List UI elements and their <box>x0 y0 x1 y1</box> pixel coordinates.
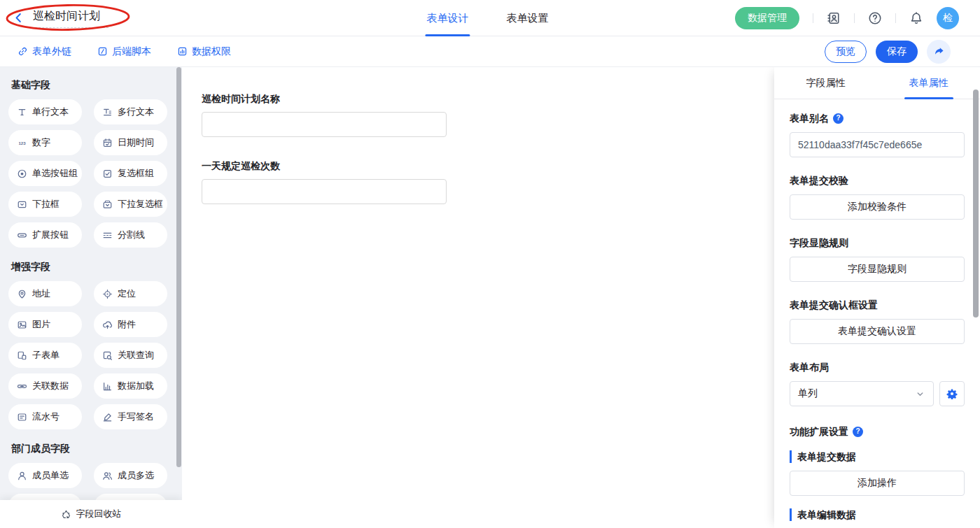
section-title: 部门成员字段 <box>11 442 182 455</box>
save-button[interactable]: 保存 <box>876 41 918 63</box>
canvas-field-label: 一天规定巡检次数 <box>202 160 447 173</box>
help-badge-icon[interactable] <box>853 427 863 437</box>
field-item-label: 子表单 <box>32 349 59 362</box>
field-library-item[interactable]: 成员单选 <box>8 463 82 488</box>
field-library-item[interactable]: 单行文本 <box>8 99 82 124</box>
tab-form-properties[interactable]: 表单属性 <box>877 67 980 99</box>
share-icon <box>933 45 945 57</box>
form-layout-select[interactable]: 单列 <box>790 381 934 406</box>
data-permission-link[interactable]: 数据权限 <box>177 45 231 58</box>
field-item-label: 数据加载 <box>118 380 154 392</box>
recycle-icon <box>61 509 71 520</box>
field-library-item[interactable]: 图片 <box>8 312 82 337</box>
chevron-down-icon <box>915 389 925 399</box>
contacts-icon[interactable] <box>827 11 841 25</box>
field-library-item[interactable]: 地址 <box>8 281 82 306</box>
field-library-item[interactable]: 多行文本 <box>94 99 167 124</box>
section-grid: 地址定位图片附件子表单关联查询关联数据数据加载流水号手写签名 <box>0 281 182 429</box>
field-library-item[interactable]: 关联查询 <box>94 343 167 368</box>
field-library-item[interactable]: 附件 <box>94 312 167 337</box>
field-library-item[interactable]: 手写签名 <box>94 404 167 429</box>
panel-tabs: 字段属性表单属性 <box>774 67 980 99</box>
share-button[interactable] <box>927 40 951 64</box>
field-item-label: 下拉复选框 <box>118 198 163 211</box>
subform-icon <box>16 350 27 361</box>
datetime-icon <box>102 137 113 148</box>
field-item-label: 手写签名 <box>118 411 154 423</box>
form-submit-validation-button[interactable]: 添加校验条件 <box>790 194 965 220</box>
field-library-item[interactable]: 分割线 <box>94 222 167 248</box>
field-item-label: 复选框组 <box>118 167 154 180</box>
form-toolbar: 表单外链后端脚本数据权限 预览 保存 <box>0 36 980 67</box>
link-data-icon <box>16 380 27 392</box>
field-item-label: 图片 <box>32 318 50 331</box>
field-item-label: 分割线 <box>118 229 145 241</box>
field-library-item[interactable]: 关联数据 <box>8 373 82 399</box>
canvas-field-input[interactable] <box>202 112 447 137</box>
link-label: 后端脚本 <box>112 45 151 58</box>
single-text-icon <box>16 106 27 117</box>
select-icon <box>16 199 27 210</box>
sidebar-sections: 基础字段 单行文本多行文本123数字日期时间单选按钮组复选框组下拉框下拉复选框扩… <box>0 67 182 528</box>
recycle-label: 字段回收站 <box>76 508 122 520</box>
form-edit-data-label: 表单编辑数据 <box>790 508 965 521</box>
field-library-item[interactable]: 扩展按钮 <box>8 222 82 248</box>
form-layout-row: 单列 <box>790 381 965 406</box>
address-icon <box>16 288 27 299</box>
header-left: 巡检时间计划 <box>0 8 108 28</box>
field-item-label: 关联数据 <box>32 380 69 392</box>
panel-scrollbar[interactable] <box>973 90 979 317</box>
toolbar-links: 表单外链后端脚本数据权限 <box>0 45 231 58</box>
field-library-item[interactable]: 复选框组 <box>94 161 167 186</box>
field-library-item[interactable]: 子表单 <box>8 343 82 368</box>
field-item-label: 成员多选 <box>118 469 154 482</box>
main-body: 基础字段 单行文本多行文本123数字日期时间单选按钮组复选框组下拉框下拉复选框扩… <box>0 67 980 528</box>
member-single-icon <box>16 470 27 481</box>
backend-script-link[interactable]: 后端脚本 <box>97 45 151 58</box>
field-library-item[interactable]: 数据加载 <box>94 373 167 399</box>
data-manage-button[interactable]: 数据管理 <box>735 7 799 29</box>
multi-text-icon <box>102 106 113 117</box>
field-item-label: 日期时间 <box>118 136 154 149</box>
canvas-field[interactable]: 一天规定巡检次数 <box>202 160 447 204</box>
field-library-item[interactable]: 日期时间 <box>94 130 167 155</box>
properties-panel: 字段属性表单属性 表单别名52110daa33f7f45c7ede665e表单提… <box>774 67 980 528</box>
member-multi-icon <box>102 470 113 481</box>
field-item-label: 地址 <box>32 287 50 300</box>
field-item-label: 数字 <box>32 136 50 149</box>
form-canvas: 巡检时间计划名称 一天规定巡检次数 <box>182 67 774 528</box>
field-library-item[interactable]: 下拉框 <box>8 192 82 217</box>
field-library-item[interactable]: 下拉复选框 <box>94 192 167 217</box>
field-visibility-rules-label: 字段显隐规则 <box>790 236 965 249</box>
canvas-field-input[interactable] <box>202 179 447 204</box>
sidebar-scrollbar[interactable] <box>176 67 181 467</box>
field-library-item[interactable]: 定位 <box>94 281 167 306</box>
field-visibility-rules-button[interactable]: 字段显隐规则 <box>790 257 965 282</box>
tab-form-settings[interactable]: 表单设置 <box>505 0 550 36</box>
form-alias-label: 表单别名 <box>790 112 965 124</box>
form-layout-settings-button[interactable] <box>939 381 965 406</box>
tab-form-design[interactable]: 表单设计 <box>425 0 470 36</box>
form-external-link[interactable]: 表单外链 <box>18 45 71 58</box>
field-library-item[interactable]: 流水号 <box>8 404 82 429</box>
radio-icon <box>16 168 27 179</box>
bell-icon[interactable] <box>909 11 923 25</box>
tab-field-properties[interactable]: 字段属性 <box>774 67 877 99</box>
canvas-field[interactable]: 巡检时间计划名称 <box>202 93 447 137</box>
page-title[interactable]: 巡检时间计划 <box>31 8 108 28</box>
back-icon[interactable] <box>13 12 24 24</box>
field-recycle-bin[interactable]: 字段回收站 <box>0 500 182 528</box>
help-icon[interactable] <box>868 11 882 25</box>
form-submit-confirm-button[interactable]: 表单提交确认设置 <box>790 319 965 344</box>
avatar[interactable]: 检 <box>937 7 959 29</box>
sidebar-section: 基础字段 单行文本多行文本123数字日期时间单选按钮组复选框组下拉框下拉复选框扩… <box>0 78 182 248</box>
field-library-item[interactable]: 123数字 <box>8 130 82 155</box>
form-alias-input[interactable]: 52110daa33f7f45c7ede665e <box>790 132 965 157</box>
form-submit-data-button[interactable]: 添加操作 <box>790 471 965 496</box>
field-library-item[interactable]: 单选按钮组 <box>8 161 82 186</box>
help-badge-icon[interactable] <box>833 113 844 124</box>
preview-button[interactable]: 预览 <box>825 41 867 63</box>
field-library-item[interactable]: 成员多选 <box>94 463 167 488</box>
divider <box>813 13 813 23</box>
field-item-label: 附件 <box>118 318 136 331</box>
